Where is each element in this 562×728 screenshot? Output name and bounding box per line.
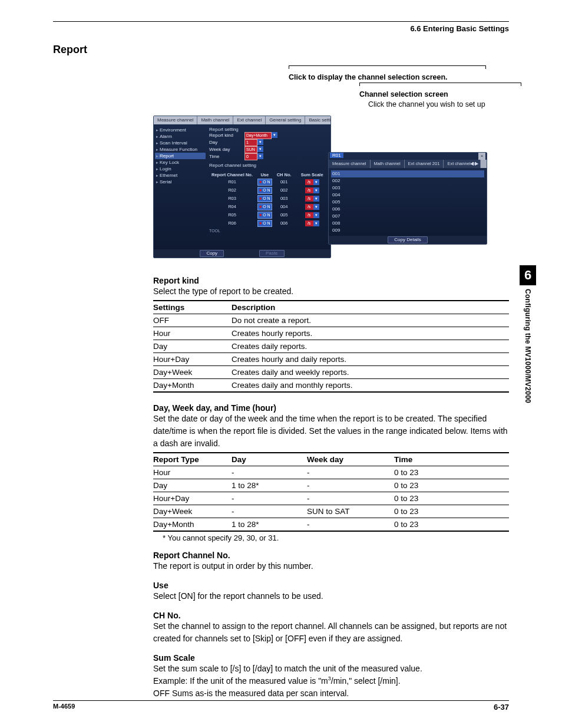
use-toggle[interactable]: O N bbox=[257, 179, 272, 186]
tab-ext201[interactable]: Ext channel 201 bbox=[405, 160, 444, 168]
field-day[interactable]: 1 bbox=[244, 139, 257, 146]
sum-select[interactable]: /s bbox=[305, 204, 313, 210]
table-row: R06O N006/s▾ bbox=[209, 219, 326, 228]
rcn-desc: The report is output in order by this nu… bbox=[153, 560, 509, 572]
screenshot-channel-dialog: R01 × Measure channel Math channel Ext c… bbox=[328, 152, 487, 245]
field-weekday-label: Week day bbox=[209, 147, 244, 152]
sum-select[interactable]: /s bbox=[305, 187, 313, 193]
use-toggle[interactable]: O N bbox=[257, 220, 272, 227]
report-kind-desc: Select the type of report to be created. bbox=[153, 285, 509, 298]
tab-math[interactable]: Math channel bbox=[371, 160, 405, 168]
sidebar-ethernet[interactable]: Ethernet bbox=[155, 172, 206, 179]
table-row: Day+Month1 to 28*-0 to 23 bbox=[153, 518, 509, 531]
sidebar-serial[interactable]: Serial bbox=[155, 179, 206, 185]
copy-button[interactable]: Copy bbox=[200, 250, 224, 257]
field-report-kind[interactable]: Day+Month bbox=[244, 132, 272, 139]
report-setting-heading: Report setting bbox=[209, 127, 328, 132]
dropdown-icon[interactable]: ▾ bbox=[313, 196, 319, 202]
page-footer: M-4659 6-37 bbox=[53, 700, 509, 711]
copy-details-button[interactable]: Copy Details bbox=[388, 236, 427, 243]
tool-label: TOOL bbox=[209, 229, 328, 233]
channel-row[interactable]: 007 bbox=[331, 213, 484, 220]
channel-row[interactable]: 008 bbox=[331, 220, 484, 227]
screenshot-main-window: Measure channel Math channel Ext channel… bbox=[153, 116, 331, 258]
dialog-title: R01 bbox=[330, 153, 343, 158]
col-sum: Sum Scale bbox=[299, 172, 326, 178]
channel-row[interactable]: 009 bbox=[331, 227, 484, 234]
table-row: Day+MonthCreates daily and monthly repor… bbox=[153, 378, 509, 392]
table-row: HourCreates hourly reports. bbox=[153, 327, 509, 340]
sum-select[interactable]: /s bbox=[305, 220, 313, 226]
subhead-report-kind: Report kind bbox=[153, 276, 509, 285]
use-desc: Select [ON] for the report channels to b… bbox=[153, 590, 509, 602]
subhead-use: Use bbox=[153, 581, 509, 590]
report-kind-table: Settings Description OFFDo not create a … bbox=[153, 300, 509, 393]
sumscale-desc2: Example: If the unit of the measured val… bbox=[153, 675, 509, 687]
field-day-label: Day bbox=[209, 140, 244, 145]
sum-select[interactable]: /s bbox=[305, 196, 313, 202]
footer-doc-id: M-4659 bbox=[53, 703, 75, 711]
channel-row[interactable]: 002 bbox=[331, 177, 484, 185]
table-row: Day+Week-SUN to SAT0 to 23 bbox=[153, 505, 509, 518]
sidebar-measure-fn[interactable]: Measure Function bbox=[155, 146, 206, 153]
dropdown-icon[interactable]: ▾ bbox=[313, 179, 319, 185]
tab-measure[interactable]: Measure channel bbox=[329, 160, 371, 168]
dropdown-icon[interactable]: ▾ bbox=[257, 146, 263, 152]
use-toggle[interactable]: O N bbox=[257, 195, 272, 202]
use-toggle[interactable]: O N bbox=[257, 212, 272, 219]
sidebar-alarm[interactable]: Alarm bbox=[155, 133, 206, 140]
sidebar-login[interactable]: Login bbox=[155, 166, 206, 172]
use-toggle[interactable]: O N bbox=[257, 203, 272, 210]
table-row: R05O N005/s▾ bbox=[209, 211, 326, 219]
sumscale-desc1: Set the sum scale to [/s] to [/day] to m… bbox=[153, 663, 509, 675]
tab-ext[interactable]: Ext channel bbox=[233, 116, 266, 124]
tab-general[interactable]: General setting bbox=[266, 116, 305, 124]
channel-row[interactable]: 001 bbox=[331, 170, 484, 177]
close-icon[interactable]: × bbox=[478, 153, 485, 160]
dropdown-icon[interactable]: ▾ bbox=[257, 139, 263, 145]
col-chno: CH No. bbox=[275, 172, 294, 178]
table-row: Hour+DayCreates hourly and daily reports… bbox=[153, 353, 509, 365]
channel-row[interactable]: 006 bbox=[331, 206, 484, 213]
sum-select[interactable]: /s bbox=[305, 179, 313, 185]
col-rcn: Report Channel No. bbox=[209, 172, 255, 178]
dropdown-icon[interactable]: ▾ bbox=[272, 132, 277, 138]
chapter-number: 6 bbox=[520, 265, 536, 285]
dropdown-icon[interactable]: ▾ bbox=[257, 153, 263, 159]
paste-button[interactable]: Paste bbox=[259, 250, 284, 257]
side-tab: 6 Configuring the MV1000/MV2000 bbox=[520, 265, 536, 403]
dropdown-icon[interactable]: ▾ bbox=[313, 187, 319, 193]
tab-math[interactable]: Math channel bbox=[197, 116, 233, 124]
channel-row[interactable]: 003 bbox=[331, 185, 484, 192]
sidebar-environment[interactable]: Environment bbox=[155, 127, 206, 133]
sum-select[interactable]: /s bbox=[305, 212, 313, 218]
subhead-dwt: Day, Week day, and Time (hour) bbox=[153, 403, 509, 413]
field-weekday[interactable]: SUN bbox=[244, 146, 257, 153]
table-row: DayCreates daily reports. bbox=[153, 340, 509, 353]
tab-measure[interactable]: Measure channel bbox=[154, 116, 197, 124]
report-channel-table: Report Channel No. Use CH No. Sum Scale … bbox=[209, 172, 326, 228]
field-report-kind-label: Report kind bbox=[209, 133, 244, 138]
table-row: Day1 to 28*-0 to 23 bbox=[153, 479, 509, 492]
page-title: Report bbox=[53, 44, 509, 56]
subhead-rcn: Report Channel No. bbox=[153, 551, 509, 560]
subhead-sumscale: Sum Scale bbox=[153, 653, 509, 663]
tab-basic[interactable]: Basic setting bbox=[305, 116, 331, 124]
sidebar-scan[interactable]: Scan Interval bbox=[155, 140, 206, 146]
sidebar-keylock[interactable]: Key Lock bbox=[155, 159, 206, 166]
channel-row[interactable]: 005 bbox=[331, 199, 484, 206]
dropdown-icon[interactable]: ▾ bbox=[313, 220, 319, 226]
table-row: Hour+Day--0 to 23 bbox=[153, 492, 509, 505]
tab-nav-arrows[interactable]: ◀ ▶ bbox=[470, 161, 478, 166]
sidebar-report[interactable]: Report bbox=[155, 153, 206, 159]
section-header: 6.6 Entering Basic Settings bbox=[53, 24, 509, 33]
annotation-2: Channel selection screen bbox=[359, 90, 509, 100]
channel-row[interactable]: 004 bbox=[331, 192, 484, 199]
col-use: Use bbox=[255, 172, 275, 178]
dropdown-icon[interactable]: ▾ bbox=[313, 204, 319, 210]
table-row: R02O N002/s▾ bbox=[209, 186, 326, 195]
use-toggle[interactable]: O N bbox=[257, 187, 272, 194]
table-row: OFFDo not create a report. bbox=[153, 314, 509, 327]
field-time[interactable]: 0 bbox=[244, 153, 257, 160]
dropdown-icon[interactable]: ▾ bbox=[313, 212, 319, 218]
